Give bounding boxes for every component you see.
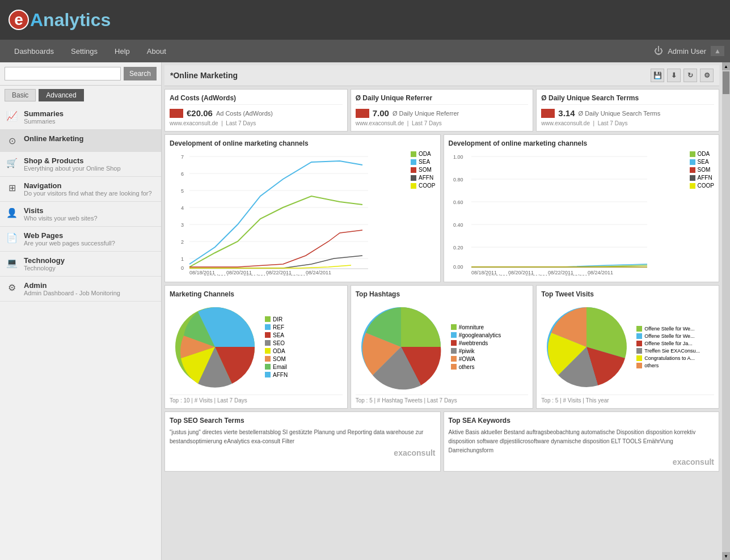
top-seo-watermark: exaconsult [170,448,436,457]
web-pages-icon: 📄 [6,231,18,244]
metric-referrer-title: Ø Daily Unique Referrer [356,94,529,105]
sidebar-item-admin-title: Admin [24,281,120,290]
sidebar-item-summaries-title: Summaries [24,109,64,118]
svg-text:0.20: 0.20 [453,245,463,251]
sidebar-item-visits-title: Visits [24,206,98,215]
shop-products-icon: 🛒 [6,156,18,169]
metric-search-value: 3.14 [558,108,575,118]
metric-card-referrer: Ø Daily Unique Referrer 7.00 Ø Daily Uni… [351,89,534,131]
metric-referrer-value: 7.00 [373,108,389,118]
sidebar-item-visits[interactable]: 👤 Visits Who visits your web sites? [0,202,161,227]
svg-text:0.00: 0.00 [453,264,463,270]
sidebar-item-technology[interactable]: 💻 Technology Technology [0,252,161,277]
svg-text:08/21/2011: 08/21/2011 [243,274,269,275]
marketing-channels-title: Marketing Channels [170,290,343,298]
sidebar-item-navigation[interactable]: ⊞ Navigation Do your visitors find what … [0,177,161,202]
scrollbar[interactable]: ▲ ▼ [722,62,730,560]
page-title-bar: *Online Marketing 💾 ⬇ ↻ ⚙ [164,65,719,86]
nav-dashboards[interactable]: Dashboards [6,40,62,62]
svg-text:08/23/2011: 08/23/2011 [565,274,590,275]
visits-icon: 👤 [6,206,18,219]
nav-settings[interactable]: Settings [62,40,106,62]
sidebar-item-navigation-subtitle: Do your visitors find what they are look… [24,190,152,197]
sidebar-item-online-marketing[interactable]: ⊙ Online Marketing [0,130,161,152]
sidebar-item-web-pages-title: Web Pages [24,231,115,240]
svg-text:0.80: 0.80 [453,177,463,183]
tab-basic[interactable]: Basic [5,89,36,101]
marketing-channels-legend: DIR REF SEA SEO ODA SOM Email AFFN [265,316,288,378]
technology-icon: 💻 [6,256,18,269]
metric-card-search-terms: Ø Daily Unique Search Terrms 3.14 Ø Dail… [536,89,719,131]
metric-adcosts-label: Ad Costs (AdWords) [216,110,273,117]
marketing-channels-footer: Top : 10 | # Visits | Last 7 Days [170,394,343,404]
marketing-channels-pie [170,302,260,392]
top-seo-title: Top SEO Search Terms [170,417,436,425]
panel-top-sea: Top SEA Keywords Aktive Basis aktueller … [444,411,720,472]
svg-text:08/24/2011: 08/24/2011 [306,270,331,275]
nav-bar: Dashboards Settings Help About ⏻ Admin U… [0,40,730,62]
sidebar-item-summaries[interactable]: 📈 Summaries Summaries [0,105,161,130]
search-button[interactable]: Search [124,67,157,80]
svg-text:08/23/2011: 08/23/2011 [283,274,309,275]
sidebar-item-admin-subtitle: Admin Dashboard - Job Monitoring [24,290,120,296]
sidebar-item-shop-products[interactable]: 🛒 Shop & Products Everything about your … [0,152,161,177]
metric-referrer-label: Ø Daily Unique Referrer [393,110,459,117]
svg-text:08/24/2011: 08/24/2011 [588,270,613,275]
nav-help[interactable]: Help [106,40,138,62]
svg-text:0.40: 0.40 [453,222,463,228]
scrollbar-down[interactable]: ▼ [722,552,730,560]
sidebar-item-admin[interactable]: ⚙ Admin Admin Dashboard - Job Monitoring [0,277,161,302]
nav-collapse-button[interactable]: ▲ [711,46,724,56]
line-chart-left-title: Development of online marketing channels [170,139,436,147]
power-icon[interactable]: ⏻ [654,46,663,56]
svg-text:0.60: 0.60 [453,200,463,205]
top-tweet-visits-title: Top Tweet Visits [541,290,714,298]
panel-top-hashtags: Top Hashtags #omniture #googleanalytics … [351,285,534,409]
top-hashtags-footer: Top : 5 | # Hashtag Tweets | Last 7 Days [356,394,529,404]
search-input[interactable] [5,67,121,80]
svg-text:2: 2 [181,239,184,245]
tabs-row: Basic Advanced [0,86,161,105]
sidebar-item-navigation-title: Navigation [24,181,152,190]
main-layout: Search Basic Advanced 📈 Summaries Summar… [0,62,730,560]
page-title: *Online Marketing [170,71,238,80]
top-hashtags-legend: #omniture #googleanalytics #webtrends #p… [451,324,501,370]
metric-search-footer: www.exaconsult.de | Last 7 Days [541,120,714,126]
sidebar: Search Basic Advanced 📈 Summaries Summar… [0,62,162,560]
sidebar-item-web-pages[interactable]: 📄 Web Pages Are your web pages successfu… [0,227,161,252]
download-icon-btn[interactable]: ⬇ [667,69,681,82]
svg-text:1.00: 1.00 [453,154,463,160]
sidebar-item-technology-subtitle: Technology [24,265,65,271]
online-marketing-icon: ⊙ [6,134,18,147]
line-chart-right-svg: 1.00 0.80 0.60 0.40 0.20 0.00 [449,151,685,277]
line-chart-right: Development of online marketing channels… [444,134,720,282]
save-icon-btn[interactable]: 💾 [651,69,664,82]
top-sea-tags: Aktive Basis aktueller Bestand auftragsb… [449,428,715,455]
metric-adcosts-title: Ad Costs (AdWords) [170,94,343,105]
sidebar-item-shop-products-subtitle: Everything about your Online Shop [24,165,121,172]
refresh-icon-btn[interactable]: ↻ [683,69,697,82]
seo-row: Top SEO Search Terms "justus jung" direc… [164,411,719,472]
navigation-icon: ⊞ [6,181,18,194]
top-hashtags-pie [356,302,446,392]
metric-adcosts-footer: www.exaconsult.de | Last 7 Days [170,120,343,126]
metric-referrer-footer: www.exaconsult.de | Last 7 Days [356,120,529,126]
admin-user-label: Admin User [668,47,706,56]
scrollbar-thumb[interactable] [723,71,729,94]
svg-text:3: 3 [181,222,184,228]
sidebar-item-technology-title: Technology [24,256,65,265]
line-chart-right-title: Development of online marketing channels [449,139,715,147]
metrics-row: Ad Costs (AdWords) €20.06 Ad Costs (AdWo… [164,89,719,131]
sidebar-item-visits-subtitle: Who visits your web sites? [24,215,98,222]
app-title: Analytics [30,10,111,31]
settings-icon-btn[interactable]: ⚙ [700,69,714,82]
line-chart-right-legend: ODA SEA SOM AFFN COOP [690,151,714,277]
tab-advanced[interactable]: Advanced [39,89,83,101]
summaries-icon: 📈 [6,109,18,122]
logo-icon: e [9,10,29,30]
sidebar-item-online-marketing-title: Online Marketing [24,134,83,143]
nav-about[interactable]: About [138,40,175,62]
line-chart-left-svg: 7 6 5 4 3 2 1 0 [170,151,406,277]
top-seo-tags: "justus jung" directes vierte bestellerr… [170,428,436,446]
scrollbar-up[interactable]: ▲ [722,62,730,70]
